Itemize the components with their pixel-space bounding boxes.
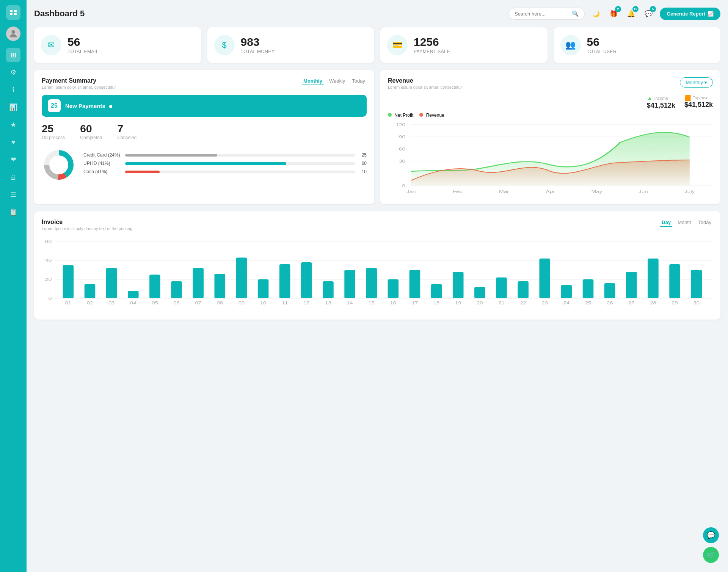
svg-rect-2 — [10, 13, 13, 15]
svg-text:40: 40 — [45, 258, 52, 263]
svg-text:30: 30 — [399, 159, 405, 164]
pb-count: 60 — [359, 161, 367, 166]
float-cart-btn[interactable]: 🛒 — [703, 547, 719, 563]
invoice-bar — [258, 279, 269, 298]
svg-text:0: 0 — [402, 184, 405, 188]
payment-summary-card: Payment Summary Lorem ipsum dolor sit am… — [34, 70, 374, 204]
sidebar-item-settings[interactable]: ⚙ — [6, 65, 20, 80]
invoice-bar — [626, 272, 637, 298]
topbar-icons: 🌙 🎁 2 🔔 12 💬 5 — [589, 7, 655, 20]
invoice-x-label: 17 — [412, 301, 418, 305]
revenue-monthly-dropdown[interactable]: Monthly ▾ — [680, 77, 713, 88]
svg-rect-3 — [14, 13, 17, 15]
svg-text:Jun: Jun — [639, 190, 648, 194]
completed-stat: 60 Completed — [80, 123, 102, 140]
invoice-bar — [366, 268, 377, 298]
invoice-x-label: 18 — [433, 301, 439, 305]
revenue-title: Revenue — [388, 77, 462, 84]
stat-info-money: 983 TOTAL MONEY — [241, 36, 275, 54]
invoice-title-group: Invoice Lorem Ipsum is simply dummy text… — [42, 219, 132, 231]
income-label: ▲ Income — [647, 95, 675, 102]
np-label: New Payments — [65, 103, 112, 109]
np-count: 25 — [48, 99, 61, 112]
revenue-subtitle: Lorem ipsum dolor sit amet, consectetur — [388, 85, 462, 89]
stat-icon-email: ✉ — [41, 35, 61, 55]
invoice-bar — [410, 270, 420, 298]
invoice-bar — [496, 277, 507, 298]
invoice-x-label: 04 — [130, 301, 136, 305]
page-title: Dashboard 5 — [34, 9, 504, 19]
sidebar-logo[interactable] — [6, 5, 20, 20]
sidebar-item-list[interactable]: ☰ — [6, 187, 20, 202]
sidebar-item-dashboard[interactable]: ⊞ — [6, 48, 20, 62]
pb-label: Credit Card (24%) — [83, 152, 121, 158]
net-profit-dot — [388, 113, 392, 117]
sidebar-item-print[interactable]: 🖨 — [6, 170, 20, 184]
search-icon[interactable]: 🔍 — [572, 10, 579, 17]
revenue-header: Revenue Lorem ipsum dolor sit amet, cons… — [388, 77, 713, 89]
svg-text:Feb: Feb — [452, 190, 462, 194]
chevron-down-icon: ▾ — [704, 80, 707, 85]
invoice-x-label: 09 — [238, 301, 245, 305]
msg-badge: 5 — [650, 6, 656, 12]
sidebar-item-chart[interactable]: 📊 — [6, 100, 20, 114]
sidebar-item-doc[interactable]: 📋 — [6, 205, 20, 219]
invoice-x-label: 13 — [325, 301, 331, 305]
revenue-chart: 120 90 60 30 0 — [388, 121, 713, 197]
invoice-tab-month[interactable]: Month — [676, 219, 693, 227]
topbar: Dashboard 5 🔍 🌙 🎁 2 🔔 12 💬 5 Generate Re… — [34, 7, 720, 20]
float-support-btn[interactable]: 💬 — [703, 527, 719, 543]
new-payments-bar: 25 New Payments Manage payment > — [42, 95, 367, 117]
msg-icon-btn[interactable]: 💬 5 — [642, 7, 655, 20]
invoice-x-label: 30 — [693, 301, 699, 305]
stat-value-user: 56 — [587, 36, 617, 48]
pb-track — [125, 162, 355, 165]
invoice-bar — [431, 284, 442, 299]
invoice-x-label: 27 — [628, 301, 634, 305]
stat-icon-money: $ — [214, 35, 235, 55]
invoice-bar — [648, 259, 659, 298]
search-box[interactable]: 🔍 — [509, 8, 585, 20]
invoice-bar — [85, 284, 96, 299]
invoice-bar — [669, 264, 680, 298]
sidebar-item-heart2[interactable]: ❤ — [6, 152, 20, 167]
manage-payment-link[interactable]: Manage payment > — [318, 103, 361, 109]
tab-weekly[interactable]: Weekly — [328, 77, 347, 85]
generate-report-button[interactable]: Generate Report 📈 — [660, 8, 720, 20]
income-stat: ▲ Income $41,512k — [647, 95, 675, 110]
payment-bar-row: UPI ID (41%) 60 — [83, 161, 367, 166]
bell-icon-btn[interactable]: 🔔 12 — [624, 7, 638, 20]
invoice-tab-day[interactable]: Day — [660, 219, 672, 227]
on-process-label: On process — [42, 135, 65, 140]
revenue-dot — [419, 113, 423, 117]
tab-today[interactable]: Today — [350, 77, 367, 85]
svg-text:May: May — [591, 190, 602, 194]
stat-icon-payment: 💳 — [387, 35, 408, 55]
np-dot — [109, 105, 112, 108]
invoice-x-label: 29 — [672, 301, 678, 305]
gift-icon-btn[interactable]: 🎁 2 — [607, 7, 620, 20]
stat-value-email: 56 — [67, 36, 99, 48]
invoice-x-label: 15 — [369, 301, 375, 305]
pb-fill — [125, 171, 160, 173]
invoice-bar — [171, 281, 182, 298]
stat-label-email: TOTAL EMAIL — [67, 49, 99, 54]
sidebar-item-info[interactable]: ℹ — [6, 83, 20, 97]
payment-tabs: Monthly Weekly Today — [302, 77, 367, 85]
invoice-bar — [149, 275, 160, 299]
user-avatar[interactable] — [6, 27, 20, 41]
canceled-label: Canceled — [117, 135, 136, 140]
expense-value: $41,512k — [684, 101, 713, 109]
completed-value: 60 — [80, 123, 102, 135]
invoice-bar — [561, 285, 572, 298]
sidebar-item-heart[interactable]: ♥ — [6, 135, 20, 149]
tab-monthly[interactable]: Monthly — [302, 77, 324, 85]
invoice-bar — [518, 281, 529, 298]
sidebar: ⊞ ⚙ ℹ 📊 ★ ♥ ❤ 🖨 ☰ 📋 — [0, 0, 27, 572]
sidebar-item-star[interactable]: ★ — [6, 118, 20, 132]
pb-count: 25 — [359, 152, 367, 158]
search-input[interactable] — [515, 11, 569, 17]
on-process-stat: 25 On process — [42, 123, 65, 140]
dark-mode-toggle[interactable]: 🌙 — [589, 7, 603, 20]
invoice-tab-today[interactable]: Today — [697, 219, 713, 227]
